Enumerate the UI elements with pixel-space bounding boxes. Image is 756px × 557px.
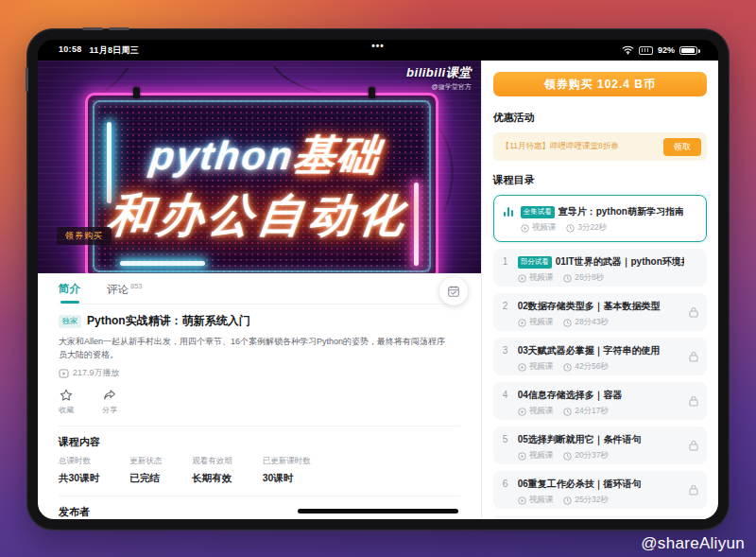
neon-tube-bottom-icon xyxy=(120,261,205,266)
episode-duration: 42分56秒 xyxy=(575,361,609,373)
wifi-icon xyxy=(622,45,634,55)
claim-coupon-button[interactable]: 领取 xyxy=(663,138,701,156)
episode-meta: 视频课20分37秒 xyxy=(518,450,684,461)
episode-type: 视频课 xyxy=(529,272,554,284)
episode-number: 3 xyxy=(503,344,513,356)
episode-meta: 视频课28分43秒 xyxy=(518,317,684,328)
multitask-dots-icon[interactable]: ••• xyxy=(371,41,385,51)
episode-meta: 视频课25分32秒 xyxy=(518,495,684,506)
episode-item[interactable]: 606重复工作必杀技｜循环语句视频课25分32秒 xyxy=(493,471,707,509)
buy-with-coupon-button[interactable]: 领券购买 102.4 B币 xyxy=(493,72,707,96)
home-indicator[interactable] xyxy=(298,509,458,513)
episode-title: 06重复工作必杀技｜循环语句 xyxy=(518,478,642,491)
episode-type: 视频课 xyxy=(529,317,554,328)
play-circle-icon xyxy=(518,408,526,416)
logo-caption: @微学堂官方 xyxy=(406,82,472,92)
episode-number: 5 xyxy=(503,433,513,444)
check-in-button[interactable] xyxy=(439,277,468,305)
exclusive-badge: 独家 xyxy=(59,315,81,328)
episode-item[interactable]: 707停止循环姿势多break_continue xyxy=(493,515,707,519)
coupon-banner[interactable]: 【11月特惠】哔哩哔哩课堂8折券 领取 xyxy=(493,132,707,161)
lock-icon xyxy=(688,351,699,363)
bilibili-classroom-logo: bilibili课堂 @微学堂官方 xyxy=(406,64,472,92)
episode-title: 02数据存储类型多｜基本数据类型 xyxy=(518,300,661,313)
trial-badge: 部分试看 xyxy=(518,256,552,269)
episode-body: 部分试看01IT世界的武器｜python环境搭建_第一个视频课26分8秒 xyxy=(518,255,684,284)
lock-icon xyxy=(688,306,699,319)
episode-item[interactable]: 505选择判断就用它｜条件语句视频课20分37秒 xyxy=(493,426,707,464)
episode-lock xyxy=(688,484,699,496)
episode-number: 4 xyxy=(503,389,513,400)
episode-body: 全集试看宣导片：python萌新学习指南视频课3分22秒 xyxy=(521,205,683,234)
volume-up-button xyxy=(82,27,103,30)
clock-icon xyxy=(563,319,572,327)
lock-icon xyxy=(688,484,699,496)
status-icons: 92% xyxy=(622,45,697,55)
episode-body: 03天赋武器必掌握｜字符串的使用视频课42分56秒 xyxy=(518,344,684,373)
play-circle-icon xyxy=(521,224,529,233)
episode-meta: 视频课3分22秒 xyxy=(521,222,683,234)
episode-lock xyxy=(688,351,699,363)
stat-update-status: 更新状态 已完结 xyxy=(129,456,162,485)
favorite-button[interactable]: 收藏 xyxy=(59,388,74,415)
episode-number: 1 xyxy=(503,255,513,267)
episode-item[interactable]: 1部分试看01IT世界的武器｜python环境搭建_第一个视频课26分8秒 xyxy=(493,249,707,287)
episode-title: 04信息存储选择多｜容器 xyxy=(518,389,623,402)
play-circle-icon xyxy=(518,319,526,327)
episode-body: 06重复工作必杀技｜循环语句视频课25分32秒 xyxy=(518,478,684,506)
tab-bar: 简介 评论853 xyxy=(59,273,460,305)
lock-icon xyxy=(688,395,699,408)
episode-body: 05选择判断就用它｜条件语句视频课20分37秒 xyxy=(518,433,684,461)
course-stats: 总课时数 共30课时 更新状态 已完结 观看有效期 长期有效 xyxy=(59,456,460,485)
episode-meta: 视频课42分56秒 xyxy=(518,361,684,373)
episode-type: 视频课 xyxy=(529,495,554,506)
episode-item[interactable]: 303天赋武器必掌握｜字符串的使用视频课42分56秒 xyxy=(493,338,707,375)
divider xyxy=(59,426,460,426)
clock-icon xyxy=(566,224,575,233)
video-coupon-badge[interactable]: 领券购买 xyxy=(57,227,112,245)
episode-item[interactable]: 404信息存储选择多｜容器视频课24分17秒 xyxy=(493,382,707,420)
wires-decoration xyxy=(38,61,481,273)
episode-duration: 20分37秒 xyxy=(575,450,609,461)
episode-lock xyxy=(688,306,699,319)
status-bar: 10:58 11月8日周三 ••• 92% xyxy=(38,40,718,61)
share-button[interactable]: 分享 xyxy=(102,388,117,415)
episode-duration: 25分32秒 xyxy=(575,495,609,506)
episode-duration: 28分43秒 xyxy=(575,317,609,328)
episode-type: 视频课 xyxy=(532,222,557,234)
episode-duration: 24分17秒 xyxy=(575,406,609,417)
tab-comments[interactable]: 评论853 xyxy=(107,282,143,304)
comments-count: 853 xyxy=(130,282,143,290)
trial-badge: 全集试看 xyxy=(521,206,555,218)
catalog-heading: 课程目录 xyxy=(493,173,707,187)
play-circle-icon xyxy=(518,274,526,283)
episode-lock xyxy=(688,395,699,408)
clock-icon xyxy=(563,408,572,416)
episode-item-playing[interactable]: 全集试看宣导片：python萌新学习指南视频课3分22秒 xyxy=(493,195,707,242)
status-badge-icon xyxy=(639,46,653,55)
sidebar: 领券购买 102.4 B币 优惠活动 【11月特惠】哔哩哔哩课堂8折券 领取 课… xyxy=(481,61,718,519)
clock-icon xyxy=(563,274,572,283)
episode-item[interactable]: 202数据存储类型多｜基本数据类型视频课28分43秒 xyxy=(493,293,707,331)
led-dot-matrix xyxy=(91,98,433,273)
lock-icon xyxy=(688,440,699,452)
episode-list: 全集试看宣导片：python萌新学习指南视频课3分22秒1部分试看01IT世界的… xyxy=(493,195,707,519)
neon-title-en: python xyxy=(147,133,297,178)
episode-title: 03天赋武器必掌握｜字符串的使用 xyxy=(518,344,661,357)
page-background: 10:58 11月8日周三 ••• 92% xyxy=(0,0,756,557)
sign-knob xyxy=(133,87,140,98)
episode-type: 视频课 xyxy=(529,361,554,373)
tablet-frame: 10:58 11月8日周三 ••• 92% xyxy=(26,28,730,531)
episode-title: 宣导片：python萌新学习指南 xyxy=(558,205,683,218)
episode-body: 02数据存储类型多｜基本数据类型视频课28分43秒 xyxy=(518,300,684,328)
promo-heading: 优惠活动 xyxy=(493,111,707,125)
neon-title-cn: 基础 xyxy=(291,131,384,178)
tab-intro[interactable]: 简介 xyxy=(59,282,80,304)
neon-tube-cyan-icon xyxy=(107,122,112,203)
episode-title: 01IT世界的武器｜python环境搭建_第一个 xyxy=(556,255,684,269)
star-icon xyxy=(59,388,74,403)
episode-body: 04信息存储选择多｜容器视频课24分17秒 xyxy=(518,389,684,417)
episode-meta: 视频课24分17秒 xyxy=(518,406,684,417)
video-player[interactable]: python基础 和办公自动化 bilibili课堂 @微学堂官方 领券购买 xyxy=(38,61,481,273)
episode-duration: 26分8秒 xyxy=(575,272,604,284)
